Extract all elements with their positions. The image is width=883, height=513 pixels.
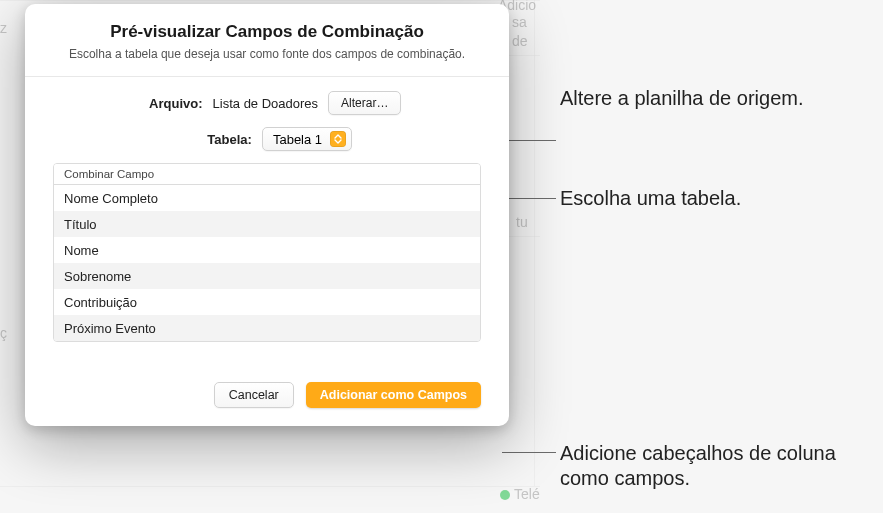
file-row: Arquivo: Lista de Doadores Alterar… xyxy=(53,91,481,115)
change-button[interactable]: Alterar… xyxy=(328,91,401,115)
chevron-up-down-icon xyxy=(330,131,346,147)
file-label: Arquivo: xyxy=(133,96,203,111)
callout-choose-table: Escolha uma tabela. xyxy=(560,186,741,211)
bg-text: de xyxy=(512,33,528,49)
callout-add-headers: Adicione cabeçalhos de coluna como campo… xyxy=(560,441,883,491)
list-item[interactable]: Nome Completo xyxy=(54,185,480,211)
list-item[interactable]: Sobrenome xyxy=(54,263,480,289)
merge-fields-list: Combinar Campo Nome CompletoTítuloNomeSo… xyxy=(53,163,481,342)
list-header: Combinar Campo xyxy=(54,164,480,185)
leader-line xyxy=(502,452,556,453)
list-item[interactable]: Título xyxy=(54,211,480,237)
callout-change-source: Altere a planilha de origem. xyxy=(560,86,803,111)
bg-text: tu xyxy=(516,214,528,230)
dialog-title: Pré-visualizar Campos de Combinação xyxy=(53,22,481,42)
bg-text: sa xyxy=(512,14,527,30)
cancel-button[interactable]: Cancelar xyxy=(214,382,294,408)
list-item[interactable]: Nome xyxy=(54,237,480,263)
dialog-subtitle: Escolha a tabela que deseja usar como fo… xyxy=(53,46,481,62)
bg-text: Telé xyxy=(514,486,540,502)
list-item[interactable]: Próximo Evento xyxy=(54,315,480,341)
table-label: Tabela: xyxy=(182,132,252,147)
table-row: Tabela: Tabela 1 xyxy=(53,127,481,151)
merge-fields-preview-dialog: Pré-visualizar Campos de Combinação Esco… xyxy=(25,4,509,426)
file-value: Lista de Doadores xyxy=(213,96,319,111)
add-as-fields-button[interactable]: Adicionar como Campos xyxy=(306,382,481,408)
table-select-value: Tabela 1 xyxy=(273,132,322,147)
list-item[interactable]: Contribuição xyxy=(54,289,480,315)
table-select[interactable]: Tabela 1 xyxy=(262,127,352,151)
